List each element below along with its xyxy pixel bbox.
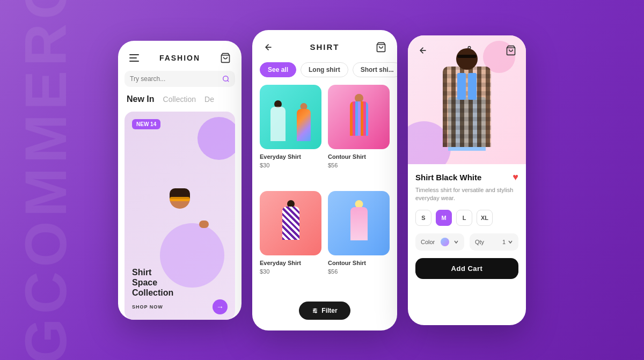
product-name-row: Shirt Black White ♥ bbox=[415, 172, 518, 183]
svg-rect-1 bbox=[129, 57, 137, 58]
size-s[interactable]: S bbox=[415, 210, 431, 226]
phone1-nav: New In Collection De bbox=[118, 94, 241, 104]
phone-shirt-category: SHIRT See all Long shirt Short shi... bbox=[252, 30, 397, 330]
product-description: Timeless shirt for versatile and stylish… bbox=[415, 186, 518, 203]
blob-1 bbox=[197, 117, 235, 160]
phone2-app-title: SHIRT bbox=[310, 42, 340, 52]
product-item: Everyday Shirt $30 bbox=[260, 191, 321, 291]
product-image-3[interactable] bbox=[260, 191, 321, 255]
product-options: Color Qty 1 bbox=[415, 233, 518, 251]
product-grid: Everyday Shirt $30 Contour Shirt $56 bbox=[252, 85, 397, 291]
banner-title: ShirtSpaceCollection bbox=[132, 267, 173, 298]
search-bar[interactable] bbox=[125, 71, 235, 87]
product-price-3: $30 bbox=[260, 268, 321, 275]
filter-btn-label: Filter bbox=[321, 307, 337, 314]
size-selector: S M L XL bbox=[415, 210, 518, 226]
phone2-header: SHIRT bbox=[252, 30, 397, 62]
qty-value: 1 bbox=[502, 239, 506, 245]
product-item: Contour Shirt $56 bbox=[328, 85, 390, 185]
favorite-icon[interactable]: ♥ bbox=[513, 172, 518, 183]
qty-selector[interactable]: Qty 1 bbox=[470, 233, 518, 251]
filter-long-shirt[interactable]: Long shirt bbox=[301, 62, 348, 77]
color-value-row bbox=[441, 238, 459, 246]
brand-watermark: BIGCOMMERCE bbox=[16, 0, 75, 360]
chevron-down-icon bbox=[453, 239, 459, 245]
nav-deals[interactable]: De bbox=[204, 95, 214, 104]
chevron-down2-icon bbox=[508, 239, 513, 245]
product-name-2: Contour Shirt bbox=[328, 153, 390, 160]
filter-button[interactable]: Filter bbox=[299, 302, 350, 320]
product-image-1[interactable] bbox=[260, 85, 321, 149]
nav-new-in[interactable]: New In bbox=[127, 94, 155, 104]
svg-point-11 bbox=[313, 310, 314, 311]
product-image-4[interactable] bbox=[328, 191, 390, 255]
nav-collection[interactable]: Collection bbox=[163, 95, 196, 104]
size-xl[interactable]: XL bbox=[477, 210, 493, 226]
cart-icon[interactable] bbox=[218, 50, 233, 65]
phone1-header: FASHION bbox=[118, 41, 241, 71]
cart3-icon[interactable] bbox=[503, 43, 518, 58]
svg-point-8 bbox=[314, 308, 316, 310]
size-l[interactable]: L bbox=[456, 210, 472, 226]
svg-point-14 bbox=[316, 312, 317, 313]
qty-value-row: 1 bbox=[502, 239, 513, 245]
qty-label: Qty bbox=[475, 239, 484, 245]
banner-title-area: ShirtSpaceCollection bbox=[132, 267, 173, 298]
banner-badge: NEW 14 bbox=[132, 119, 160, 129]
svg-rect-0 bbox=[129, 54, 139, 55]
product-price-2: $56 bbox=[328, 162, 390, 168]
add-to-cart-button[interactable]: Add Cart bbox=[415, 258, 518, 279]
phone1-app-title: FASHION bbox=[159, 54, 200, 62]
color-label: Color bbox=[421, 239, 435, 245]
shop-now-button[interactable]: → bbox=[213, 299, 228, 314]
color-dot bbox=[441, 238, 449, 246]
banner-card: NEW 14 bbox=[125, 112, 235, 320]
product-name: Shirt Black White bbox=[415, 173, 481, 182]
menu-icon[interactable] bbox=[127, 50, 142, 65]
product-info: Shirt Black White ♥ Timeless shirt for v… bbox=[408, 164, 526, 325]
product-price-1: $30 bbox=[260, 162, 321, 168]
banner-cta: SHOP NOW → bbox=[132, 299, 228, 314]
svg-point-4 bbox=[223, 76, 228, 80]
search-icon bbox=[222, 75, 230, 83]
phone-fashion-home: FASHION Ne bbox=[118, 41, 241, 320]
shop-now-label: SHOP NOW bbox=[132, 304, 163, 310]
product-name-3: Everyday Shirt bbox=[260, 260, 321, 266]
product-image-2[interactable] bbox=[328, 85, 390, 149]
search-input[interactable] bbox=[130, 75, 218, 83]
svg-rect-2 bbox=[129, 61, 139, 62]
phones-container: FASHION Ne bbox=[118, 30, 526, 330]
back-icon[interactable] bbox=[261, 40, 276, 55]
filter-see-all[interactable]: See all bbox=[260, 62, 296, 77]
filter-short-shirt[interactable]: Short shi... bbox=[353, 62, 397, 77]
product-name-4: Contour Shirt bbox=[328, 260, 390, 266]
product-price-4: $56 bbox=[328, 268, 390, 275]
back2-icon[interactable] bbox=[415, 43, 430, 58]
cart2-icon[interactable] bbox=[374, 40, 389, 55]
product-item: Everyday Shirt $30 bbox=[260, 85, 321, 185]
product-item: Contour Shirt $56 bbox=[328, 191, 390, 291]
color-selector[interactable]: Color bbox=[415, 233, 464, 251]
product-hero bbox=[408, 35, 526, 164]
product-name-1: Everyday Shirt bbox=[260, 153, 321, 160]
size-m[interactable]: M bbox=[436, 210, 452, 226]
filter-pills: See all Long shirt Short shi... bbox=[252, 62, 397, 85]
phone-product-detail: Shirt Black White ♥ Timeless shirt for v… bbox=[408, 35, 526, 325]
